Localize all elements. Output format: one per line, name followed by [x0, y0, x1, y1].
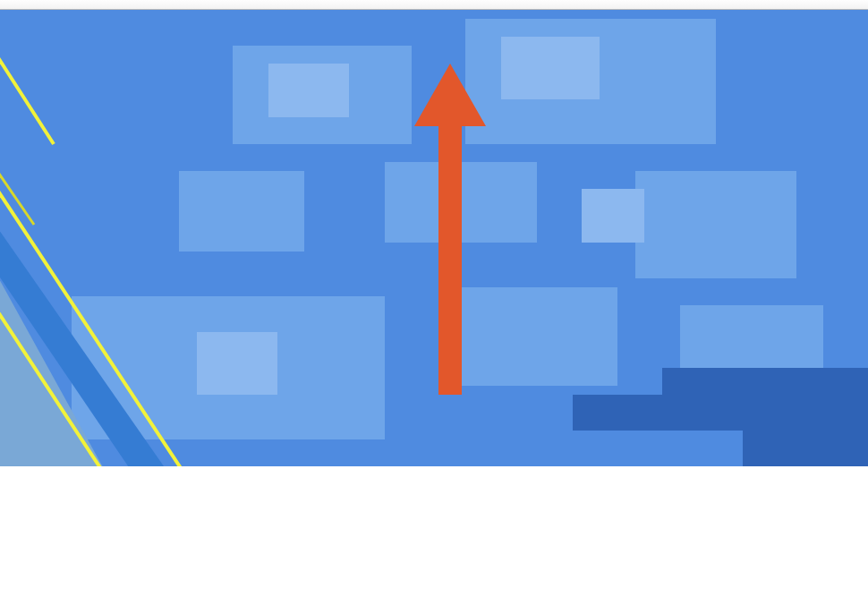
svg-rect-15 — [743, 431, 868, 466]
svg-rect-13 — [573, 395, 868, 431]
toolbar-area — [0, 0, 868, 10]
svg-rect-3 — [179, 171, 304, 252]
svg-rect-10 — [268, 64, 349, 117]
map-raster-icon — [0, 10, 868, 466]
svg-rect-4 — [385, 162, 537, 243]
svg-rect-5 — [635, 171, 796, 278]
svg-rect-9 — [501, 37, 600, 99]
svg-rect-7 — [447, 287, 617, 386]
svg-rect-14 — [662, 368, 868, 395]
svg-rect-12 — [197, 332, 277, 395]
map-canvas[interactable] — [0, 10, 868, 466]
svg-rect-11 — [582, 189, 644, 243]
